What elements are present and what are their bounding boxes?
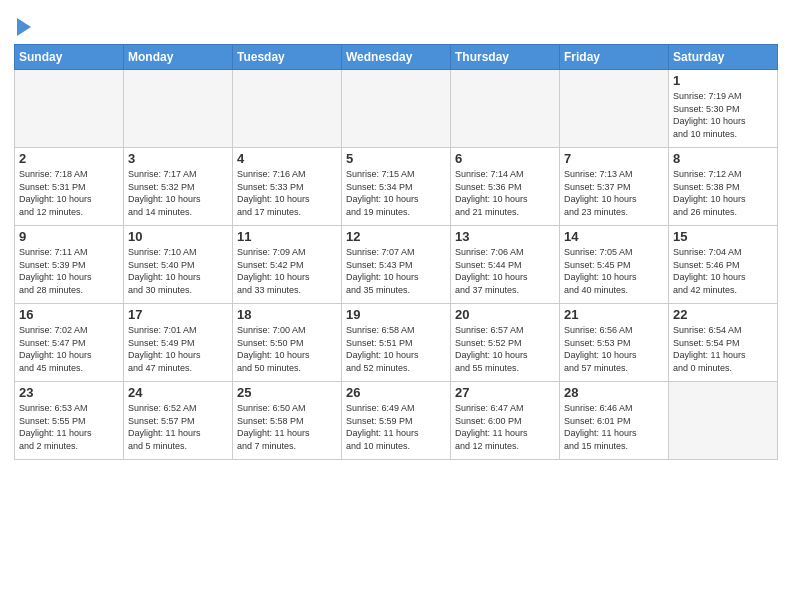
calendar-cell: 27Sunrise: 6:47 AM Sunset: 6:00 PM Dayli… bbox=[451, 382, 560, 460]
calendar-table: SundayMondayTuesdayWednesdayThursdayFrid… bbox=[14, 44, 778, 460]
day-info: Sunrise: 6:54 AM Sunset: 5:54 PM Dayligh… bbox=[673, 324, 773, 374]
day-info: Sunrise: 7:07 AM Sunset: 5:43 PM Dayligh… bbox=[346, 246, 446, 296]
day-number: 22 bbox=[673, 307, 773, 322]
calendar-cell: 25Sunrise: 6:50 AM Sunset: 5:58 PM Dayli… bbox=[233, 382, 342, 460]
calendar-cell: 28Sunrise: 6:46 AM Sunset: 6:01 PM Dayli… bbox=[560, 382, 669, 460]
day-info: Sunrise: 7:02 AM Sunset: 5:47 PM Dayligh… bbox=[19, 324, 119, 374]
day-number: 13 bbox=[455, 229, 555, 244]
calendar-cell: 13Sunrise: 7:06 AM Sunset: 5:44 PM Dayli… bbox=[451, 226, 560, 304]
day-number: 17 bbox=[128, 307, 228, 322]
day-info: Sunrise: 7:10 AM Sunset: 5:40 PM Dayligh… bbox=[128, 246, 228, 296]
day-info: Sunrise: 6:46 AM Sunset: 6:01 PM Dayligh… bbox=[564, 402, 664, 452]
day-info: Sunrise: 7:05 AM Sunset: 5:45 PM Dayligh… bbox=[564, 246, 664, 296]
day-number: 27 bbox=[455, 385, 555, 400]
calendar-week-3: 16Sunrise: 7:02 AM Sunset: 5:47 PM Dayli… bbox=[15, 304, 778, 382]
day-info: Sunrise: 7:14 AM Sunset: 5:36 PM Dayligh… bbox=[455, 168, 555, 218]
calendar-cell: 1Sunrise: 7:19 AM Sunset: 5:30 PM Daylig… bbox=[669, 70, 778, 148]
day-info: Sunrise: 7:17 AM Sunset: 5:32 PM Dayligh… bbox=[128, 168, 228, 218]
day-number: 7 bbox=[564, 151, 664, 166]
calendar-cell: 23Sunrise: 6:53 AM Sunset: 5:55 PM Dayli… bbox=[15, 382, 124, 460]
calendar-cell: 11Sunrise: 7:09 AM Sunset: 5:42 PM Dayli… bbox=[233, 226, 342, 304]
calendar-week-4: 23Sunrise: 6:53 AM Sunset: 5:55 PM Dayli… bbox=[15, 382, 778, 460]
calendar-week-0: 1Sunrise: 7:19 AM Sunset: 5:30 PM Daylig… bbox=[15, 70, 778, 148]
day-number: 9 bbox=[19, 229, 119, 244]
day-number: 4 bbox=[237, 151, 337, 166]
day-number: 12 bbox=[346, 229, 446, 244]
day-info: Sunrise: 7:15 AM Sunset: 5:34 PM Dayligh… bbox=[346, 168, 446, 218]
day-info: Sunrise: 7:12 AM Sunset: 5:38 PM Dayligh… bbox=[673, 168, 773, 218]
day-number: 3 bbox=[128, 151, 228, 166]
calendar-cell: 19Sunrise: 6:58 AM Sunset: 5:51 PM Dayli… bbox=[342, 304, 451, 382]
calendar-cell: 5Sunrise: 7:15 AM Sunset: 5:34 PM Daylig… bbox=[342, 148, 451, 226]
calendar-cell: 24Sunrise: 6:52 AM Sunset: 5:57 PM Dayli… bbox=[124, 382, 233, 460]
calendar-cell: 15Sunrise: 7:04 AM Sunset: 5:46 PM Dayli… bbox=[669, 226, 778, 304]
calendar-cell bbox=[342, 70, 451, 148]
weekday-header-monday: Monday bbox=[124, 45, 233, 70]
calendar-cell: 14Sunrise: 7:05 AM Sunset: 5:45 PM Dayli… bbox=[560, 226, 669, 304]
weekday-header-friday: Friday bbox=[560, 45, 669, 70]
weekday-header-wednesday: Wednesday bbox=[342, 45, 451, 70]
day-info: Sunrise: 6:52 AM Sunset: 5:57 PM Dayligh… bbox=[128, 402, 228, 452]
day-info: Sunrise: 7:18 AM Sunset: 5:31 PM Dayligh… bbox=[19, 168, 119, 218]
calendar-cell: 20Sunrise: 6:57 AM Sunset: 5:52 PM Dayli… bbox=[451, 304, 560, 382]
day-number: 14 bbox=[564, 229, 664, 244]
header bbox=[14, 12, 778, 36]
day-info: Sunrise: 6:47 AM Sunset: 6:00 PM Dayligh… bbox=[455, 402, 555, 452]
weekday-header-sunday: Sunday bbox=[15, 45, 124, 70]
calendar-cell: 22Sunrise: 6:54 AM Sunset: 5:54 PM Dayli… bbox=[669, 304, 778, 382]
day-number: 23 bbox=[19, 385, 119, 400]
day-number: 8 bbox=[673, 151, 773, 166]
calendar-cell: 21Sunrise: 6:56 AM Sunset: 5:53 PM Dayli… bbox=[560, 304, 669, 382]
day-number: 16 bbox=[19, 307, 119, 322]
day-number: 21 bbox=[564, 307, 664, 322]
day-number: 25 bbox=[237, 385, 337, 400]
day-number: 15 bbox=[673, 229, 773, 244]
day-info: Sunrise: 7:09 AM Sunset: 5:42 PM Dayligh… bbox=[237, 246, 337, 296]
day-info: Sunrise: 7:11 AM Sunset: 5:39 PM Dayligh… bbox=[19, 246, 119, 296]
day-number: 19 bbox=[346, 307, 446, 322]
calendar-cell: 26Sunrise: 6:49 AM Sunset: 5:59 PM Dayli… bbox=[342, 382, 451, 460]
weekday-header-row: SundayMondayTuesdayWednesdayThursdayFrid… bbox=[15, 45, 778, 70]
day-number: 20 bbox=[455, 307, 555, 322]
logo bbox=[14, 12, 31, 36]
day-info: Sunrise: 6:50 AM Sunset: 5:58 PM Dayligh… bbox=[237, 402, 337, 452]
day-number: 26 bbox=[346, 385, 446, 400]
day-info: Sunrise: 7:00 AM Sunset: 5:50 PM Dayligh… bbox=[237, 324, 337, 374]
day-number: 6 bbox=[455, 151, 555, 166]
day-number: 5 bbox=[346, 151, 446, 166]
calendar-cell: 17Sunrise: 7:01 AM Sunset: 5:49 PM Dayli… bbox=[124, 304, 233, 382]
calendar-cell: 12Sunrise: 7:07 AM Sunset: 5:43 PM Dayli… bbox=[342, 226, 451, 304]
calendar-cell: 16Sunrise: 7:02 AM Sunset: 5:47 PM Dayli… bbox=[15, 304, 124, 382]
calendar-cell bbox=[15, 70, 124, 148]
logo-arrow-icon bbox=[17, 18, 31, 36]
day-info: Sunrise: 6:49 AM Sunset: 5:59 PM Dayligh… bbox=[346, 402, 446, 452]
day-info: Sunrise: 6:53 AM Sunset: 5:55 PM Dayligh… bbox=[19, 402, 119, 452]
day-info: Sunrise: 6:58 AM Sunset: 5:51 PM Dayligh… bbox=[346, 324, 446, 374]
day-number: 2 bbox=[19, 151, 119, 166]
weekday-header-saturday: Saturday bbox=[669, 45, 778, 70]
calendar-cell: 10Sunrise: 7:10 AM Sunset: 5:40 PM Dayli… bbox=[124, 226, 233, 304]
calendar-week-1: 2Sunrise: 7:18 AM Sunset: 5:31 PM Daylig… bbox=[15, 148, 778, 226]
calendar-cell: 2Sunrise: 7:18 AM Sunset: 5:31 PM Daylig… bbox=[15, 148, 124, 226]
day-info: Sunrise: 7:04 AM Sunset: 5:46 PM Dayligh… bbox=[673, 246, 773, 296]
calendar-cell: 6Sunrise: 7:14 AM Sunset: 5:36 PM Daylig… bbox=[451, 148, 560, 226]
weekday-header-thursday: Thursday bbox=[451, 45, 560, 70]
page: SundayMondayTuesdayWednesdayThursdayFrid… bbox=[0, 0, 792, 612]
calendar-cell: 4Sunrise: 7:16 AM Sunset: 5:33 PM Daylig… bbox=[233, 148, 342, 226]
day-number: 1 bbox=[673, 73, 773, 88]
day-info: Sunrise: 7:06 AM Sunset: 5:44 PM Dayligh… bbox=[455, 246, 555, 296]
day-info: Sunrise: 7:19 AM Sunset: 5:30 PM Dayligh… bbox=[673, 90, 773, 140]
day-info: Sunrise: 6:56 AM Sunset: 5:53 PM Dayligh… bbox=[564, 324, 664, 374]
calendar-week-2: 9Sunrise: 7:11 AM Sunset: 5:39 PM Daylig… bbox=[15, 226, 778, 304]
calendar-cell: 8Sunrise: 7:12 AM Sunset: 5:38 PM Daylig… bbox=[669, 148, 778, 226]
weekday-header-tuesday: Tuesday bbox=[233, 45, 342, 70]
calendar-cell: 18Sunrise: 7:00 AM Sunset: 5:50 PM Dayli… bbox=[233, 304, 342, 382]
day-info: Sunrise: 7:01 AM Sunset: 5:49 PM Dayligh… bbox=[128, 324, 228, 374]
day-number: 28 bbox=[564, 385, 664, 400]
calendar-cell bbox=[669, 382, 778, 460]
day-info: Sunrise: 7:16 AM Sunset: 5:33 PM Dayligh… bbox=[237, 168, 337, 218]
day-info: Sunrise: 7:13 AM Sunset: 5:37 PM Dayligh… bbox=[564, 168, 664, 218]
day-number: 24 bbox=[128, 385, 228, 400]
calendar-cell: 7Sunrise: 7:13 AM Sunset: 5:37 PM Daylig… bbox=[560, 148, 669, 226]
day-number: 18 bbox=[237, 307, 337, 322]
